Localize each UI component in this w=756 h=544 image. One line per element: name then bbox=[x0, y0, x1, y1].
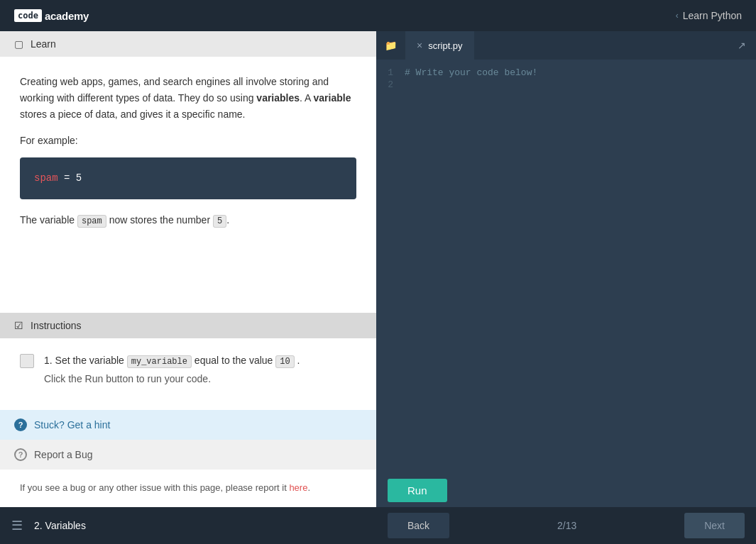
bottom-nav: ☰ 2. Variables Back 2/13 Next bbox=[0, 507, 756, 544]
editor-tab-left: 📁 × script.py bbox=[376, 31, 474, 60]
instruction-text: 1. Set the variable my_variable equal to… bbox=[44, 353, 300, 369]
right-panel: 📁 × script.py ↗ 1 # Write your code belo… bbox=[376, 31, 756, 507]
left-panel: ▢ Learn Creating web apps, games, and se… bbox=[0, 31, 376, 507]
next-button[interactable]: Next bbox=[684, 513, 745, 538]
variable-description: The variable spam now stores the number … bbox=[20, 212, 356, 229]
code-example-block: spam = 5 bbox=[20, 157, 356, 199]
instructions-body: 1. Set the variable my_variable equal to… bbox=[0, 338, 376, 410]
instruction-sub: Click the Run button to run your code. bbox=[44, 373, 300, 384]
inline-code-10: 10 bbox=[275, 355, 294, 368]
code-op: = bbox=[64, 172, 76, 184]
editor-line-1: 1 # Write your code below! bbox=[376, 67, 756, 79]
progress-indicator: 2/13 bbox=[557, 520, 576, 531]
bottom-left: ☰ 2. Variables bbox=[0, 518, 376, 533]
line-number-1: 1 bbox=[376, 67, 405, 78]
code-var: spam bbox=[34, 172, 58, 184]
learn-section-header: ▢ Learn bbox=[0, 31, 376, 57]
logo-academy: academy bbox=[45, 10, 89, 22]
instruction-checkbox[interactable] bbox=[20, 354, 34, 368]
editor-body[interactable]: 1 # Write your code below! 2 bbox=[376, 60, 756, 473]
editor-tabs: 📁 × script.py ↗ bbox=[376, 31, 756, 60]
bug-section[interactable]: ? Report a Bug bbox=[0, 440, 376, 470]
hamburger-icon[interactable]: ☰ bbox=[11, 518, 23, 533]
learn-content: Creating web apps, games, and search eng… bbox=[0, 57, 376, 313]
bug-icon: ? bbox=[14, 448, 27, 461]
line-content-1: # Write your code below! bbox=[405, 67, 537, 78]
learn-header-label: Learn bbox=[31, 38, 56, 50]
bottom-right: Back 2/13 Next bbox=[376, 513, 756, 538]
inline-code-spam: spam bbox=[77, 215, 106, 228]
for-example-text: For example: bbox=[20, 133, 356, 149]
bug-label: Report a Bug bbox=[34, 449, 93, 460]
inline-code-my-variable: my_variable bbox=[127, 355, 192, 368]
course-title: ‹ Learn Python bbox=[676, 10, 742, 21]
line-number-2: 2 bbox=[376, 79, 405, 90]
expand-icon[interactable]: ↗ bbox=[728, 40, 756, 51]
run-bar: Run bbox=[376, 473, 756, 507]
hint-icon: ? bbox=[14, 418, 27, 431]
chevron-icon: ‹ bbox=[676, 11, 679, 21]
active-tab: × script.py bbox=[405, 31, 474, 60]
instruction-text-block: 1. Set the variable my_variable equal to… bbox=[44, 353, 300, 384]
logo-code: code bbox=[14, 9, 42, 22]
inline-code-5: 5 bbox=[213, 215, 226, 228]
editor-line-2: 2 bbox=[376, 79, 756, 91]
learn-icon: ▢ bbox=[14, 38, 23, 50]
instructions-icon: ☑ bbox=[14, 320, 23, 331]
lesson-title: 2. Variables bbox=[34, 520, 86, 531]
main-area: ▢ Learn Creating web apps, games, and se… bbox=[0, 31, 756, 507]
back-button[interactable]: Back bbox=[388, 513, 449, 538]
instructions-header[interactable]: ☑ Instructions bbox=[0, 313, 376, 338]
learn-paragraph1: Creating web apps, games, and search eng… bbox=[20, 74, 356, 123]
hint-section[interactable]: ? Stuck? Get a hint bbox=[0, 410, 376, 440]
topbar: code academy ‹ Learn Python bbox=[0, 0, 756, 31]
file-icon: 📁 bbox=[376, 40, 405, 51]
tab-filename: script.py bbox=[428, 40, 462, 51]
bug-report-link[interactable]: here bbox=[289, 482, 307, 493]
instruction-item-1: 1. Set the variable my_variable equal to… bbox=[20, 353, 356, 384]
tab-close-icon[interactable]: × bbox=[417, 40, 422, 51]
run-button[interactable]: Run bbox=[388, 479, 447, 502]
hint-label: Stuck? Get a hint bbox=[34, 419, 110, 431]
instructions-label: Instructions bbox=[31, 320, 82, 331]
logo: code academy bbox=[14, 9, 89, 22]
code-num: 5 bbox=[76, 172, 82, 184]
bug-report-text: If you see a bug or any other issue with… bbox=[0, 470, 376, 507]
